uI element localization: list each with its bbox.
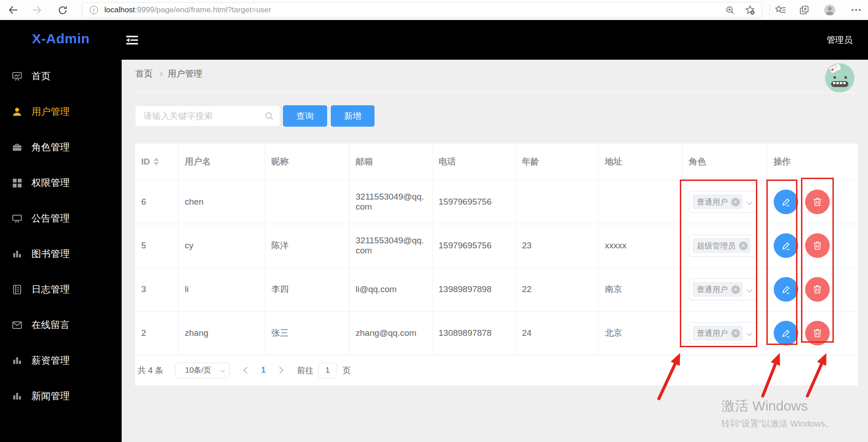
delete-button[interactable] — [805, 190, 830, 214]
goto-page-input[interactable] — [318, 363, 337, 378]
url-host: localhost — [104, 5, 135, 14]
cell-phone: 15979695756 — [432, 224, 515, 267]
cell-email: zhang@qq.com — [349, 311, 432, 355]
cell-actions — [767, 180, 858, 224]
favorites-bar-icon[interactable] — [774, 0, 787, 20]
sidebar-nav: 首页 用户管理 角色管理 权限管理 — [0, 58, 122, 414]
tag-close-icon[interactable]: × — [739, 242, 748, 250]
cell-id: 3 — [135, 267, 178, 311]
tag-close-icon[interactable]: × — [731, 329, 740, 338]
delete-button[interactable] — [805, 233, 830, 258]
browser-refresh-icon[interactable] — [56, 0, 69, 20]
sidebar-item-salary[interactable]: 薪资管理 — [0, 343, 122, 378]
chevron-down-icon — [746, 331, 752, 336]
role-select[interactable]: 超级管理员× — [689, 235, 756, 257]
table-row: 6 chen 3211553049@qq.com 15979695756 普通用… — [135, 180, 858, 224]
sidebar-item-home[interactable]: 首页 — [0, 58, 122, 94]
sidebar-item-label: 公告管理 — [31, 212, 70, 225]
site-info-icon[interactable]: i — [90, 6, 98, 14]
delete-button[interactable] — [805, 277, 830, 302]
page-root: i localhost:9999/page/end/frame.html?tar… — [0, 0, 868, 442]
sidebar-item-roles[interactable]: 角色管理 — [0, 129, 122, 165]
search-input[interactable] — [135, 106, 280, 126]
cell-age — [515, 180, 598, 224]
url-path: :9999/page/end/frame.html?target=user — [135, 5, 271, 14]
sort-icon[interactable] — [154, 158, 159, 165]
tag-close-icon[interactable]: × — [731, 285, 740, 294]
page-size-select[interactable]: 10条/页 — [175, 363, 230, 378]
page-size-value: 10条/页 — [185, 365, 211, 375]
col-header-role: 角色 — [682, 144, 767, 180]
browser-forward-icon[interactable] — [30, 0, 44, 20]
browser-menu-icon[interactable] — [848, 0, 864, 20]
favorite-add-icon[interactable] — [745, 5, 755, 15]
sidebar-item-label: 薪资管理 — [31, 354, 70, 367]
table-row: 5 cy 陈洋 3211553049@qq.com 15979695756 23… — [135, 224, 858, 267]
chevron-down-icon — [746, 200, 752, 205]
cell-role: 普通用户× — [682, 267, 767, 311]
role-select[interactable]: 普通用户× — [689, 322, 756, 344]
cell-email: 3211553049@qq.com — [349, 180, 432, 224]
sidebar-item-news[interactable]: 新闻管理 — [0, 378, 122, 414]
edit-button[interactable] — [774, 233, 798, 258]
table-row: 3 li 李四 li@qq.com 13989897898 22 南京 普通用户… — [135, 267, 858, 311]
tag-close-icon[interactable]: × — [731, 198, 740, 206]
bar-chart-icon — [11, 248, 23, 260]
board-icon — [11, 213, 23, 224]
role-select[interactable]: 普通用户× — [689, 191, 756, 213]
prev-page-icon[interactable] — [243, 367, 251, 374]
breadcrumb-home[interactable]: 首页 — [135, 68, 153, 80]
cell-age: 24 — [515, 311, 598, 355]
sidebar-item-label: 在线留言 — [31, 319, 70, 331]
cell-nickname: 李四 — [265, 267, 349, 311]
zoom-icon[interactable] — [725, 5, 735, 15]
sidebar-item-logs[interactable]: 日志管理 — [0, 272, 122, 307]
cell-address: 南京 — [598, 267, 682, 311]
breadcrumb: 首页 用户管理 — [135, 68, 202, 80]
edit-button[interactable] — [774, 321, 798, 345]
sidebar-item-label: 权限管理 — [31, 176, 70, 189]
cell-role: 普通用户× — [682, 311, 767, 355]
col-header-username: 用户名 — [178, 144, 265, 180]
sidebar-item-permissions[interactable]: 权限管理 — [0, 165, 122, 200]
sidebar-item-books[interactable]: 图书管理 — [0, 236, 122, 272]
browser-profile-avatar[interactable] — [822, 0, 837, 20]
watermark-subtitle: 转到“设置”以激活 Windows。 — [721, 418, 834, 430]
next-page-icon[interactable] — [277, 367, 284, 374]
collections-icon[interactable] — [797, 0, 811, 20]
role-select[interactable]: 普通用户× — [689, 278, 756, 300]
cell-nickname: 陈洋 — [265, 224, 349, 267]
cell-address: 北京 — [598, 311, 682, 355]
sidebar-item-label: 新闻管理 — [31, 390, 70, 402]
cell-address — [598, 180, 682, 224]
user-icon — [11, 106, 23, 118]
sidebar-item-users[interactable]: 用户管理 — [0, 94, 122, 129]
cell-phone: 13989897898 — [432, 267, 515, 311]
delete-button[interactable] — [805, 321, 830, 345]
col-header-phone: 电话 — [432, 144, 515, 180]
sidebar-item-announcements[interactable]: 公告管理 — [0, 200, 122, 236]
sidebar-item-label: 日志管理 — [31, 283, 70, 296]
user-avatar[interactable] — [825, 63, 854, 93]
edit-button[interactable] — [774, 277, 798, 302]
browser-back-icon[interactable] — [6, 0, 20, 20]
add-button[interactable]: 新增 — [331, 105, 375, 127]
notebook-icon — [11, 284, 23, 295]
user-table-panel: ID 用户名 昵称 邮箱 电话 年龄 地址 角色 — [135, 144, 858, 385]
cell-age: 22 — [515, 267, 598, 311]
edit-button[interactable] — [774, 190, 798, 214]
query-button[interactable]: 查询 — [283, 105, 327, 127]
cell-username: zhang — [178, 311, 265, 355]
mail-icon — [11, 319, 23, 331]
sidebar-item-messages[interactable]: 在线留言 — [0, 307, 122, 343]
current-page[interactable]: 1 — [261, 365, 266, 375]
col-header-nickname: 昵称 — [265, 144, 349, 180]
address-bar[interactable]: i localhost:9999/page/end/frame.html?tar… — [82, 2, 762, 18]
cell-id: 6 — [135, 180, 178, 224]
sidebar-item-label: 图书管理 — [31, 247, 70, 260]
grid-icon — [11, 177, 23, 189]
dashboard-board-icon — [11, 71, 23, 82]
current-user-label[interactable]: 管理员 — [827, 34, 853, 46]
table-row: 2 zhang 张三 zhang@qq.com 13089897878 24 北… — [135, 311, 858, 355]
menu-fold-icon[interactable] — [125, 35, 139, 46]
